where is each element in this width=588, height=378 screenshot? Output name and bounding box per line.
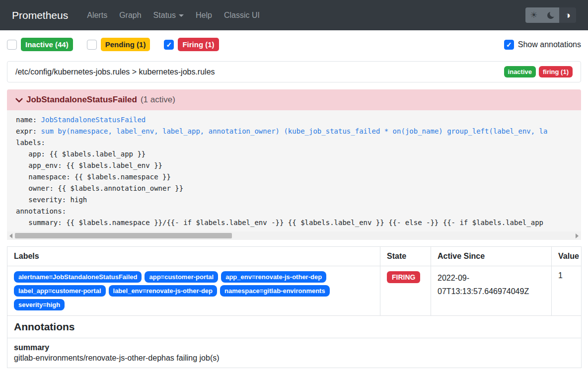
code-line: name: JobStandaloneStatusFailed <box>16 114 581 126</box>
rule-group-title: /etc/config/kubernetes-jobs.rules > kube… <box>15 68 215 76</box>
rule-badge-inactive: inactive <box>504 66 536 77</box>
code-key: owner: {{ $labels.annotation_owner }} <box>16 184 183 192</box>
column-header-value: Value <box>552 247 582 266</box>
code-line: annotations: <box>16 206 581 217</box>
label-badge: alertname=JobStandaloneStatusFailed <box>14 271 142 283</box>
filters-bar: Inactive (44)Pending (1)Firing (1) Show … <box>7 38 581 51</box>
table-header-row: LabelsStateActive SinceValue <box>7 247 582 266</box>
rule-group-card: /etc/config/kubernetes-jobs.rules > kube… <box>7 61 581 82</box>
filter-badge: Inactive (44) <box>21 38 73 51</box>
show-annotations-toggle[interactable]: Show annotations <box>504 40 581 50</box>
nav-item-status[interactable]: Status <box>147 7 190 24</box>
code-key: namespace: {{ $labels.namespace }} <box>16 173 171 181</box>
code-line: summary: {{ $labels.namespace }}/{{- if … <box>16 217 581 228</box>
chevron-down-icon <box>15 96 23 104</box>
nav-item-graph[interactable]: Graph <box>113 7 147 24</box>
nav-item-alerts[interactable]: Alerts <box>81 7 113 24</box>
alert-instances-table: LabelsStateActive SinceValue alertname=J… <box>7 246 582 368</box>
annotation-cell: summarygitlab-environments/renovate-js-o… <box>7 338 582 368</box>
value-cell: 1 <box>552 266 582 316</box>
annotation-value: gitlab-environments/renovate-js-other-de… <box>14 354 575 363</box>
half-circle-icon: ◑ <box>565 10 570 20</box>
filter-checkbox[interactable] <box>7 40 17 50</box>
dark-theme-button[interactable] <box>542 7 559 23</box>
rule-group-badges: inactivefiring (1) <box>504 66 573 77</box>
code-value: sum by(namespace, label_env, label_app, … <box>41 127 548 135</box>
code-key: name: <box>16 116 41 124</box>
scroll-right-arrow-icon[interactable] <box>576 233 579 238</box>
show-annotations-checkbox[interactable] <box>504 40 514 50</box>
column-header-state: State <box>380 247 431 266</box>
rule-definition-code: name: JobStandaloneStatusFailedexpr: sum… <box>7 110 581 240</box>
alert-rule-name: JobStandaloneStatusFailed <box>26 95 137 105</box>
alert-instance-row: alertname=JobStandaloneStatusFailedapp=c… <box>7 266 582 316</box>
code-line: expr: sum by(namespace, label_env, label… <box>16 126 581 137</box>
code-line: app_env: {{ $labels.label_env }} <box>16 160 581 171</box>
filter-badge: Pending (1) <box>101 38 150 51</box>
alert-accordion-header[interactable]: JobStandaloneStatusFailed (1 active) <box>7 89 581 110</box>
active-since-value: 2022-09-07T13:13:57.646974049Z <box>438 271 545 298</box>
code-line: owner: {{ $labels.annotation_owner }} <box>16 183 581 194</box>
state-badge: FIRING <box>387 271 420 283</box>
annotations-header: Annotations <box>7 316 582 338</box>
scrollbar-thumb[interactable] <box>15 233 232 238</box>
code-key: annotations: <box>16 207 66 215</box>
code-line: labels: <box>16 137 581 149</box>
annotations-header-row: Annotations <box>7 316 582 338</box>
theme-toggle-group: ☀ ◑ <box>525 7 576 23</box>
horizontal-scrollbar[interactable] <box>7 231 581 240</box>
label-badge: app_env=renovate-js-other-dep <box>221 271 326 283</box>
light-theme-button[interactable]: ☀ <box>525 7 542 23</box>
code-key: severity: high <box>16 196 87 204</box>
filter-inactive-44[interactable]: Inactive (44) <box>7 38 73 51</box>
filter-checkbox[interactable] <box>87 40 97 50</box>
label-badge: namespace=gitlab-environments <box>220 285 330 297</box>
brand-link[interactable]: Prometheus <box>12 9 68 21</box>
auto-theme-button[interactable]: ◑ <box>559 7 576 23</box>
alert-active-count: (1 active) <box>141 95 175 105</box>
code-key: summary: {{ $labels.namespace }}/{{- if … <box>16 219 543 227</box>
annotation-key: summary <box>14 343 575 352</box>
filter-firing-1[interactable]: Firing (1) <box>164 38 219 51</box>
code-line: severity: high <box>16 194 581 206</box>
nav-links: AlertsGraphStatusHelpClassic UI <box>81 7 266 24</box>
label-badge: app=customer-portal <box>145 271 218 283</box>
show-annotations-label: Show annotations <box>518 40 581 49</box>
rule-badge-firing-1: firing (1) <box>539 66 573 77</box>
filter-checkbox[interactable] <box>164 40 174 50</box>
annotation-row: summarygitlab-environments/renovate-js-o… <box>7 338 582 368</box>
labels-cell: alertname=JobStandaloneStatusFailedapp=c… <box>7 266 380 316</box>
navbar: Prometheus AlertsGraphStatusHelpClassic … <box>0 0 588 30</box>
label-badge: severity=high <box>14 299 65 310</box>
nav-item-help[interactable]: Help <box>190 7 218 24</box>
code-key: app: {{ $labels.label_app }} <box>16 150 146 158</box>
code-value: JobStandaloneStatusFailed <box>41 116 146 124</box>
sun-icon: ☀ <box>530 10 537 20</box>
code-line: app: {{ $labels.label_app }} <box>16 149 581 160</box>
active-since-cell: 2022-09-07T13:13:57.646974049Z <box>431 266 552 316</box>
filter-badge: Firing (1) <box>178 38 219 51</box>
code-key: app_env: {{ $labels.label_env }} <box>16 161 162 169</box>
code-line: namespace: {{ $labels.namespace }} <box>16 171 581 183</box>
filter-pending-1[interactable]: Pending (1) <box>87 38 150 51</box>
nav-item-classic-ui[interactable]: Classic UI <box>218 7 266 24</box>
moon-icon <box>547 12 554 19</box>
code-key: expr: <box>16 127 41 135</box>
state-cell: FIRING <box>380 266 431 316</box>
column-header-active-since: Active Since <box>431 247 552 266</box>
column-header-labels: Labels <box>7 247 380 266</box>
alert-value: 1 <box>558 271 575 280</box>
scroll-left-arrow-icon[interactable] <box>9 233 12 238</box>
label-badge: label_env=renovate-js-other-dep <box>109 285 217 297</box>
label-badge: label_app=customer-portal <box>14 285 106 297</box>
dropdown-caret-icon <box>179 14 184 17</box>
code-key: labels: <box>16 139 45 147</box>
